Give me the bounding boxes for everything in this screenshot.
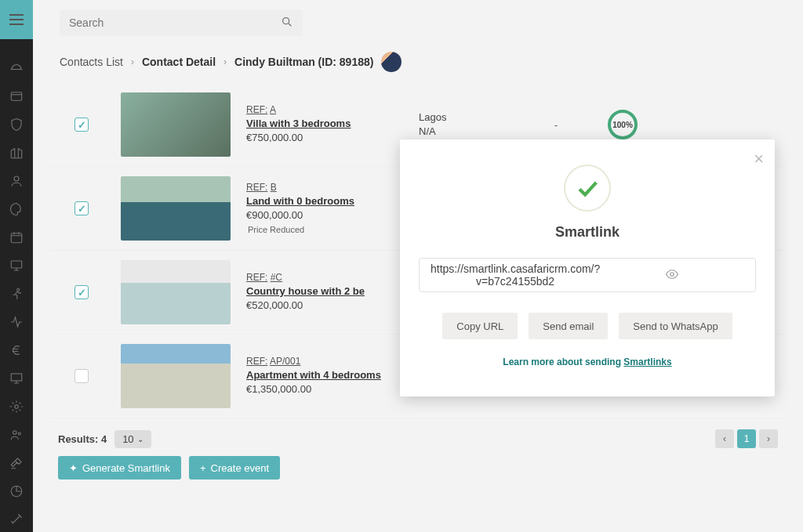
breadcrumb: Contacts List › Contact Detail › Cindy B…	[33, 36, 803, 83]
palette-icon[interactable]	[9, 202, 24, 216]
create-event-button[interactable]: + Create event	[189, 456, 280, 480]
breadcrumb-item[interactable]: Contact Detail	[142, 56, 216, 68]
contacts-icon[interactable]	[9, 89, 24, 103]
listing-info: REF: B Land with 0 bedrooms €900,000.00 …	[246, 181, 403, 237]
ref-value[interactable]: AP/001	[270, 356, 300, 367]
close-icon[interactable]: ×	[754, 149, 764, 169]
ref-label: REF:	[246, 104, 267, 115]
smartlink-url-field[interactable]: https://smartlink.casafaricrm.com/?v=b7c…	[419, 258, 756, 292]
listing-title[interactable]: Villa with 3 bedrooms	[246, 117, 403, 131]
ref-value[interactable]: B	[271, 182, 277, 193]
ref-label: REF:	[246, 356, 267, 367]
sidebar	[0, 0, 33, 532]
svg-point-7	[13, 431, 17, 435]
listing-thumbnail[interactable]	[121, 92, 231, 157]
search-icon	[281, 16, 293, 31]
breadcrumb-item: Cindy Builtman (ID: 89188)	[234, 56, 373, 68]
svg-rect-3	[11, 261, 22, 268]
learn-more-text: Learn more about sending Smartlinks	[416, 356, 759, 367]
price-reduced-badge: Price Reduced	[248, 224, 403, 236]
listing-price: €750,000.00	[246, 131, 403, 145]
team-icon[interactable]	[9, 428, 24, 442]
ref-value[interactable]: A	[270, 104, 276, 115]
listing-price: €900,000.00	[246, 208, 403, 223]
listing-location: LagosN/A	[419, 110, 521, 138]
svg-rect-2	[11, 233, 22, 243]
smartlinks-help-link[interactable]: Smartlinks	[623, 356, 671, 367]
breadcrumb-item[interactable]: Contacts List	[60, 56, 123, 68]
euro-icon[interactable]	[9, 343, 24, 357]
results-count: Results: 4	[58, 433, 107, 445]
listing-price: €520,000.00	[246, 299, 403, 313]
page-prev-button[interactable]: ‹	[715, 429, 734, 448]
svg-point-4	[17, 288, 20, 291]
listing-title[interactable]: Country house with 2 be	[246, 284, 403, 299]
chevron-right-icon: ›	[223, 56, 227, 67]
smartlink-url-text: https://smartlink.casafaricrm.com/?v=b7c…	[431, 262, 600, 288]
plus-icon: +	[200, 462, 206, 474]
presentation-icon[interactable]	[9, 371, 24, 385]
activity-icon[interactable]	[9, 315, 24, 329]
listing-title[interactable]: Land with 0 bedrooms	[246, 194, 403, 208]
bulk-actions: ✦ Generate Smartlink + Create event	[33, 456, 803, 492]
chevron-right-icon: ›	[131, 56, 134, 67]
table-footer: Results: 4 10 ⌄ ‹ 1 ›	[33, 418, 803, 456]
listing-thumbnail[interactable]	[121, 176, 231, 241]
listing-status: -	[536, 119, 576, 131]
svg-point-8	[18, 432, 20, 435]
sidebar-nav	[0, 39, 33, 527]
listing-info: REF: #C Country house with 2 be €520,000…	[246, 271, 403, 313]
copy-url-button[interactable]: Copy URL	[442, 313, 518, 339]
modal-actions: Copy URL Send email Send to WhatsApp	[416, 313, 759, 339]
send-whatsapp-button[interactable]: Send to WhatsApp	[619, 313, 732, 339]
svg-point-10	[283, 17, 289, 24]
gear-icon[interactable]	[9, 400, 24, 414]
listing-thumbnail[interactable]	[121, 260, 231, 324]
completion-cell: 100%	[591, 110, 654, 139]
listing-thumbnail[interactable]	[121, 344, 231, 408]
svg-rect-5	[11, 374, 22, 381]
svg-point-1	[14, 176, 19, 181]
menu-toggle-button[interactable]	[0, 0, 33, 39]
completion-badge: 100%	[608, 110, 638, 139]
chevron-down-icon: ⌄	[137, 435, 144, 443]
page-number-button[interactable]: 1	[737, 429, 756, 448]
search-input[interactable]	[69, 16, 281, 29]
svg-point-6	[15, 405, 19, 409]
row-checkbox[interactable]	[74, 118, 89, 132]
svg-rect-0	[11, 92, 22, 101]
send-email-button[interactable]: Send email	[529, 313, 608, 339]
listing-info: REF: AP/001 Apartment with 4 bedrooms €1…	[246, 355, 403, 396]
listing-title[interactable]: Apartment with 4 bedrooms	[246, 368, 403, 382]
row-checkbox[interactable]	[74, 201, 89, 215]
gavel-icon[interactable]	[9, 456, 24, 470]
calendar-icon[interactable]	[9, 230, 24, 244]
generate-smartlink-button[interactable]: ✦ Generate Smartlink	[58, 456, 181, 480]
smartlink-modal: × Smartlink https://smartlink.casafaricr…	[400, 139, 775, 396]
plus-icon: ✦	[69, 462, 78, 474]
magic-wand-icon[interactable]	[9, 512, 24, 527]
listing-price: €1,350,000.00	[246, 382, 403, 396]
buildings-icon[interactable]	[9, 146, 24, 160]
dashboard-icon[interactable]	[9, 61, 24, 75]
success-check-icon	[564, 165, 611, 212]
ref-label: REF:	[246, 182, 267, 193]
pie-chart-icon[interactable]	[9, 484, 24, 498]
listing-info: REF: A Villa with 3 bedrooms €750,000.00	[246, 103, 403, 145]
ref-label: REF:	[246, 272, 267, 283]
monitor-icon[interactable]	[9, 259, 24, 273]
page-next-button[interactable]: ›	[759, 429, 778, 448]
shield-icon[interactable]	[9, 118, 24, 132]
row-checkbox[interactable]	[74, 369, 89, 383]
pagination: ‹ 1 ›	[715, 429, 778, 448]
perpage-select[interactable]: 10 ⌄	[114, 430, 151, 448]
svg-point-11	[670, 272, 674, 276]
running-icon[interactable]	[9, 287, 24, 301]
avatar	[381, 52, 402, 72]
person-icon[interactable]	[9, 174, 24, 188]
modal-title: Smartlink	[416, 224, 759, 241]
eye-icon[interactable]	[600, 267, 744, 284]
search-box[interactable]	[60, 9, 303, 36]
row-checkbox[interactable]	[74, 285, 89, 299]
ref-value[interactable]: #C	[271, 272, 282, 283]
